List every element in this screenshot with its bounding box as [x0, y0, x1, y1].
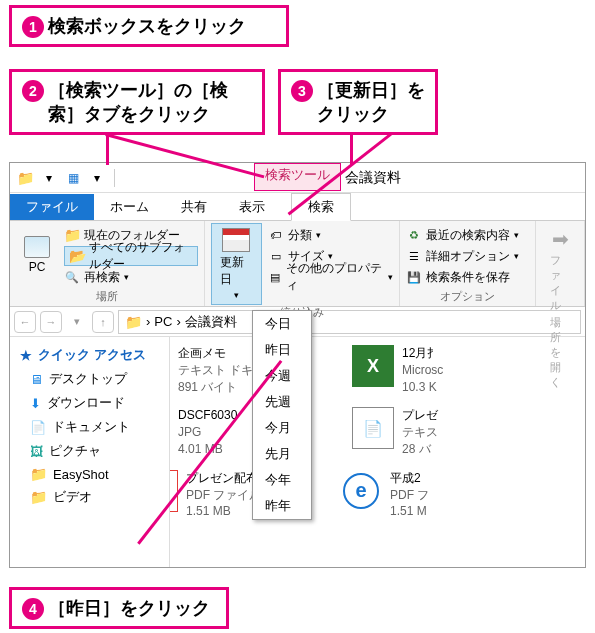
advanced-options-button[interactable]: ☰詳細オプション▾ — [406, 246, 529, 266]
tab-view[interactable]: 表示 — [223, 194, 281, 220]
callout-4: 4［昨日］をクリック — [9, 587, 229, 629]
open-file-location-button: ➡ ファイル 場所を開く — [542, 223, 578, 394]
nav-easyshot[interactable]: 📁EasyShot — [10, 463, 169, 485]
nav-history-button[interactable]: ▾ — [66, 311, 88, 333]
window-title: 会議資料 — [345, 169, 401, 187]
leader-line — [350, 133, 353, 165]
callout-2: 2［検索ツール］の［検索］タブをクリック — [9, 69, 265, 135]
callout-3: 3［更新日］をクリック — [278, 69, 438, 135]
contextual-tab-search-tools[interactable]: 検索ツール — [254, 163, 341, 191]
nav-up-button[interactable]: ↑ — [92, 311, 114, 333]
calendar-icon — [222, 228, 250, 252]
edge-pdf-icon: e — [340, 470, 382, 512]
nav-desktop[interactable]: 🖥デスクトップ — [10, 367, 169, 391]
excel-icon: X — [352, 345, 394, 387]
file-list: 企画メモテキスト ドキュメント891 バイト X 12月扌Microsc10.3… — [170, 337, 585, 567]
search-again-button[interactable]: 🔍再検索▾ — [64, 267, 198, 287]
file-item[interactable]: e 平成2PDF フ1.51 M — [340, 470, 460, 520]
callout-1: 1検索ボックスをクリック — [9, 5, 289, 47]
folder-icon: 📁 — [64, 227, 80, 243]
date-modified-button[interactable]: 更新日 ▾ — [211, 223, 262, 305]
download-icon: ⬇ — [30, 396, 41, 411]
picture-icon: 🖼 — [30, 444, 43, 459]
ribbon-group-label: オプション — [406, 289, 529, 304]
kind-button[interactable]: 🏷分類▾ — [268, 225, 393, 245]
menu-item-last-week[interactable]: 先週 — [253, 389, 311, 415]
tab-share[interactable]: 共有 — [165, 194, 223, 220]
document-icon: 📄 — [30, 420, 46, 435]
menu-item-this-year[interactable]: 今年 — [253, 467, 311, 493]
tab-file[interactable]: ファイル — [10, 194, 94, 220]
folder-icon[interactable]: 📁 — [14, 167, 36, 189]
all-subfolders-button[interactable]: 📂すべてのサブフォルダー — [64, 246, 198, 266]
menu-item-last-year[interactable]: 昨年 — [253, 493, 311, 519]
desktop-icon: 🖥 — [30, 372, 43, 387]
arrow-icon: ➡ — [552, 227, 569, 251]
nav-downloads[interactable]: ⬇ダウンロード — [10, 391, 169, 415]
folder-icon: 📁 — [30, 489, 47, 505]
size-icon: ▭ — [268, 248, 284, 264]
tab-home[interactable]: ホーム — [94, 194, 165, 220]
leader-line — [106, 133, 109, 165]
kind-icon: 🏷 — [268, 227, 284, 243]
ribbon-group-label: 場所 — [16, 289, 198, 304]
folder-icon: 📁 — [125, 314, 142, 330]
recycle-icon: ♻ — [406, 227, 422, 243]
recent-searches-button[interactable]: ♻最近の検索内容▾ — [406, 225, 529, 245]
menu-item-yesterday[interactable]: 昨日 — [253, 337, 311, 363]
file-item[interactable]: 📄 プレゼテキス28 バ — [352, 407, 472, 457]
date-modified-menu: 今日 昨日 今週 先週 今月 先月 今年 昨年 — [252, 310, 312, 520]
properties-icon[interactable]: ▦ — [62, 167, 84, 189]
list-icon: ☰ — [406, 248, 422, 264]
folder-icon: 📁 — [30, 466, 47, 482]
nav-back-button[interactable]: ← — [14, 311, 36, 333]
nav-videos[interactable]: 📁ビデオ — [10, 485, 169, 509]
qat-dropdown-icon[interactable]: ▾ — [38, 167, 60, 189]
star-icon: ★ — [20, 348, 32, 363]
this-pc-button[interactable]: PC — [16, 223, 58, 287]
search-icon: 🔍 — [64, 269, 80, 285]
qat-overflow-icon[interactable]: ▾ — [86, 167, 108, 189]
menu-item-last-month[interactable]: 先月 — [253, 441, 311, 467]
save-icon: 💾 — [406, 269, 422, 285]
folder-stack-icon: 📂 — [69, 248, 85, 264]
menu-item-today[interactable]: 今日 — [253, 311, 311, 337]
nav-forward-button[interactable]: → — [40, 311, 62, 333]
breadcrumb-pc[interactable]: PC — [154, 314, 172, 329]
properties-icon: ▤ — [268, 269, 282, 285]
menu-item-this-month[interactable]: 今月 — [253, 415, 311, 441]
nav-pictures[interactable]: 🖼ピクチャ — [10, 439, 169, 463]
other-properties-button[interactable]: ▤その他のプロパティ▾ — [268, 267, 393, 287]
title-bar: 📁 ▾ ▦ ▾ 検索ツール 会議資料 — [10, 163, 585, 193]
file-item[interactable]: X 12月扌Microsc10.3 K — [352, 345, 472, 395]
nav-quick-access[interactable]: ★クイック アクセス — [10, 343, 169, 367]
divider — [114, 169, 115, 187]
ribbon: PC 📁現在のフォルダー 📂すべてのサブフォルダー 🔍再検索▾ 場所 更新日 ▾ — [10, 221, 585, 307]
nav-documents[interactable]: 📄ドキュメント — [10, 415, 169, 439]
text-icon: 📄 — [352, 407, 394, 449]
save-search-button[interactable]: 💾検索条件を保存 — [406, 267, 529, 287]
pc-icon — [24, 236, 50, 258]
chevron-down-icon: ▾ — [234, 290, 239, 300]
